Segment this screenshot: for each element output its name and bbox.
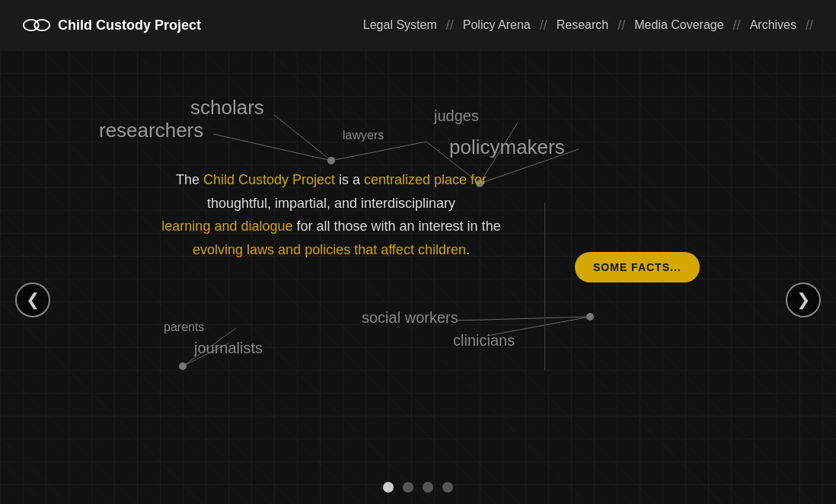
prev-slide-button[interactable]: ❮ (15, 282, 50, 317)
intro-paragraph: The Child Custody Project is a centraliz… (122, 168, 541, 261)
nav-link-archives[interactable]: Archives (741, 18, 806, 31)
label-policymakers: policymakers (449, 136, 565, 159)
connection-dot-3 (586, 313, 594, 321)
line3: for all those with an interest in the (293, 219, 501, 234)
nav-sep-1: // (540, 18, 547, 33)
vertical-divider (544, 203, 545, 370)
label-journalists: journalists (194, 340, 263, 357)
hero-section: scholars researchers judges lawyers poli… (0, 50, 836, 504)
nav-sep-2: // (617, 18, 625, 33)
nav-link-research[interactable]: Research (547, 18, 617, 31)
label-lawyers: lawyers (343, 129, 384, 142)
svg-point-1 (34, 20, 49, 30)
intro-middle: is a (335, 172, 364, 187)
next-arrow-icon: ❯ (796, 290, 810, 310)
nav-sep-4: // (806, 18, 813, 33)
logo-text: Child Custody Project (58, 18, 201, 33)
nav-link-legal-system[interactable]: Legal System (354, 18, 446, 31)
line2: thoughtful, impartial, and interdiscipli… (207, 196, 455, 211)
nav-item-archives[interactable]: Archives (741, 18, 806, 32)
nav-item-media[interactable]: Media Coverage (625, 18, 732, 32)
nav-link-policy-arena[interactable]: Policy Arena (454, 18, 540, 31)
logo[interactable]: Child Custody Project (23, 18, 201, 33)
carousel-dot-1[interactable] (403, 482, 413, 493)
prev-arrow-icon: ❮ (26, 290, 40, 310)
highlight-evolving: evolving laws and policies that affect c… (193, 242, 466, 257)
svg-line-2 (274, 115, 331, 161)
svg-line-4 (331, 142, 426, 161)
facts-button[interactable]: SOME FACTS... (575, 252, 700, 282)
nav-item-policy-arena[interactable]: Policy Arena (454, 18, 540, 32)
period: . (466, 242, 470, 257)
next-slide-button[interactable]: ❯ (786, 282, 821, 317)
hero-text: The Child Custody Project is a centraliz… (122, 168, 541, 261)
svg-line-3 (213, 134, 331, 161)
label-scholars: scholars (190, 96, 264, 120)
intro-prefix: The (176, 172, 203, 187)
carousel-dot-2[interactable] (423, 482, 433, 493)
svg-line-10 (457, 317, 590, 321)
highlight-centralized: centralized place for (364, 172, 487, 187)
brand-name: Child Custody Project (203, 172, 335, 187)
carousel-dot-3[interactable] (442, 482, 453, 493)
navbar: Child Custody Project Legal System // Po… (0, 0, 836, 50)
facts-button-container: SOME FACTS... (575, 252, 700, 282)
label-clinicians: clinicians (453, 332, 515, 349)
label-parents: parents (164, 321, 204, 334)
nav-links: Legal System // Policy Arena // Research… (354, 18, 813, 33)
logo-icon (23, 18, 50, 33)
highlight-learning: learning and dialogue (161, 219, 292, 234)
nav-item-legal-system[interactable]: Legal System (354, 18, 446, 32)
carousel-dots (383, 482, 453, 493)
label-researchers: researchers (99, 119, 203, 142)
connection-dot-2 (179, 362, 187, 370)
connection-dot-0 (327, 157, 335, 164)
nav-link-media[interactable]: Media Coverage (625, 18, 732, 31)
label-social-workers: social workers (362, 309, 458, 327)
label-judges: judges (434, 107, 479, 125)
nav-sep-3: // (733, 18, 741, 33)
nav-sep-0: // (446, 18, 454, 33)
nav-item-research[interactable]: Research (547, 18, 617, 32)
carousel-dot-0[interactable] (383, 482, 394, 493)
